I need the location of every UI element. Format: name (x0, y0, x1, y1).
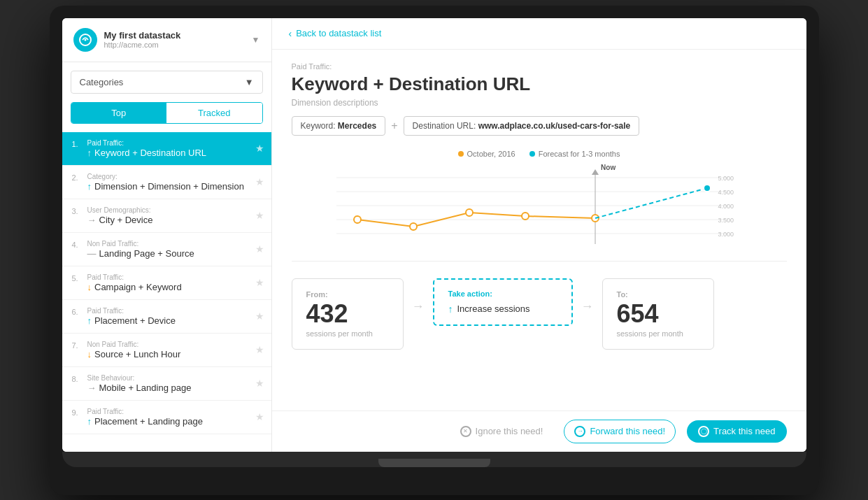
star-icon[interactable]: ★ (255, 143, 264, 154)
back-link[interactable]: ‹ Back to datastack list (289, 28, 790, 39)
sidebar-list-item-2[interactable]: 3. User Demographics: → City + Device ★ (62, 199, 271, 233)
to-value: 654 (617, 301, 699, 327)
item-content: Paid Traffic: ↑ Keyword + Destination UR… (87, 139, 263, 158)
svg-point-9 (354, 216, 361, 223)
sidebar-list-item-7[interactable]: 8. Site Behaviour: → Mobile + Landing pa… (62, 367, 271, 401)
sidebar-list-item-4[interactable]: 5. Paid Traffic: ↓ Campaign + Keyword ★ (62, 266, 271, 300)
bottom-actions: ✕ Ignore this need! → Forward this need!… (272, 410, 806, 452)
item-num: 7. (72, 341, 85, 350)
legend-actual: October, 2016 (458, 150, 515, 158)
brand-url: http://acme.com (104, 41, 181, 49)
ignore-icon: ✕ (460, 426, 471, 437)
chart-legend: October, 2016 Forecast for 1-3 months (292, 150, 787, 158)
item-category: Non Paid Traffic: (87, 341, 263, 348)
item-num: 8. (72, 375, 85, 383)
item-category: Site Behaviour: (87, 374, 263, 382)
tab-tracked[interactable]: Tracked (166, 103, 262, 123)
from-sublabel: sessions per month (306, 329, 389, 338)
arrow-connector: → (404, 278, 433, 314)
svg-line-14 (595, 188, 707, 218)
ignore-button[interactable]: ✕ Ignore this need! (450, 420, 553, 443)
sidebar-list-item-0[interactable]: 1. Paid Traffic: ↑ Keyword + Destination… (62, 132, 271, 166)
brand-area: My first datastack http://acme.com (73, 28, 181, 52)
item-content: Category: ↑ Dimension + Dimension + Dime… (87, 173, 263, 192)
item-content: User Demographics: → City + Device (87, 206, 263, 225)
item-content: Non Paid Traffic: — Landing Page + Sourc… (87, 240, 263, 259)
sidebar-list-item-3[interactable]: 4. Non Paid Traffic: — Landing Page + So… (62, 233, 271, 266)
star-icon[interactable]: ★ (255, 243, 264, 255)
star-icon[interactable]: ★ (255, 344, 264, 355)
forward-label: Forward this need! (590, 426, 665, 436)
dimension-pills: Keyword: Mercedes + Destination URL: www… (292, 116, 787, 136)
item-content: Paid Traffic: ↑ Placement + Landing page (87, 408, 263, 427)
back-arrow-icon: ‹ (289, 28, 292, 39)
forward-button[interactable]: → Forward this need! (564, 420, 676, 443)
item-title: → City + Device (87, 215, 263, 225)
item-title: → Mobile + Landing page (87, 383, 263, 393)
svg-text:4.000: 4.000 (718, 203, 734, 210)
action-content: ↑ Increase sessions (448, 303, 557, 315)
sidebar-header: My first datastack http://acme.com ▼ (62, 18, 271, 62)
svg-text:4.500: 4.500 (718, 189, 734, 196)
star-icon[interactable]: ★ (255, 176, 264, 187)
star-icon[interactable]: ★ (255, 310, 264, 322)
item-arrow-icon: ↓ (87, 349, 92, 359)
top-bar: ‹ Back to datastack list (272, 18, 806, 50)
to-sublabel: sessions per month (617, 329, 699, 338)
tab-top[interactable]: Top (71, 103, 167, 123)
item-category: Paid Traffic: (87, 408, 263, 415)
sidebar-list-item-1[interactable]: 2. Category: ↑ Dimension + Dimension + D… (62, 166, 271, 199)
svg-text:5.000: 5.000 (718, 175, 734, 182)
svg-point-1 (84, 38, 86, 41)
item-arrow-icon: → (87, 215, 97, 225)
item-arrow-icon: ↑ (87, 416, 92, 427)
item-num: 4. (72, 241, 85, 249)
track-button[interactable]: ◯ Track this need (687, 420, 786, 443)
item-title: ↓ Source + Lunch Hour (87, 349, 263, 359)
dim-desc-label: Dimension descriptions (292, 98, 787, 108)
star-icon[interactable]: ★ (255, 378, 264, 389)
to-label: To: (617, 290, 699, 299)
brand-name: My first datastack (104, 30, 181, 41)
item-content: Paid Traffic: ↓ Campaign + Keyword (87, 273, 263, 292)
sidebar: My first datastack http://acme.com ▼ Cat… (62, 18, 272, 452)
item-category: Non Paid Traffic: (87, 240, 263, 248)
legend-forecast-label: Forecast for 1-3 months (539, 150, 620, 158)
chart-svg: 5.000 4.500 4.000 3.500 3.000 (292, 164, 787, 248)
destination-value: www.adplace.co.uk/used-cars-for-sale (478, 121, 631, 131)
brand-text: My first datastack http://acme.com (104, 30, 181, 49)
star-icon[interactable]: ★ (255, 210, 264, 221)
sidebar-list-item-5[interactable]: 6. Paid Traffic: ↑ Placement + Device ★ (62, 300, 271, 334)
svg-point-12 (522, 213, 529, 220)
svg-text:3.500: 3.500 (718, 217, 734, 224)
item-title: — Landing Page + Source (87, 248, 263, 259)
page-title: Keyword + Destination URL (292, 73, 787, 95)
star-icon[interactable]: ★ (255, 277, 264, 288)
brand-chevron-icon[interactable]: ▼ (252, 35, 260, 45)
star-icon[interactable]: ★ (255, 411, 264, 422)
item-category: Paid Traffic: (87, 273, 263, 281)
item-content: Non Paid Traffic: ↓ Source + Lunch Hour (87, 341, 263, 359)
to-card: To: 654 sessions per month (602, 278, 714, 350)
item-category: Paid Traffic: (87, 139, 263, 147)
categories-dropdown[interactable]: Categories ▼ (71, 71, 263, 94)
action-card[interactable]: Take action: ↑ Increase sessions (433, 278, 573, 326)
item-num: 3. (72, 207, 85, 215)
track-icon: ◯ (698, 426, 709, 437)
from-label: From: (306, 290, 389, 299)
sidebar-list-item-8[interactable]: 9. Paid Traffic: ↑ Placement + Landing p… (62, 401, 271, 434)
legend-dot-forecast (529, 151, 535, 157)
item-num: 2. (72, 173, 85, 182)
sidebar-list-item-6[interactable]: 7. Non Paid Traffic: ↓ Source + Lunch Ho… (62, 334, 271, 367)
action-up-icon: ↑ (448, 303, 453, 315)
arrow-connector-2: → (573, 278, 602, 314)
item-arrow-icon: — (87, 248, 97, 259)
item-num: 1. (72, 140, 85, 148)
item-arrow-icon: ↑ (87, 181, 92, 192)
item-category: Paid Traffic: (87, 307, 263, 315)
forward-icon: → (574, 426, 585, 437)
svg-text:3.000: 3.000 (718, 231, 734, 238)
sidebar-list: 1. Paid Traffic: ↑ Keyword + Destination… (62, 132, 271, 452)
item-num: 5. (72, 274, 85, 283)
keyword-pill: Keyword: Mercedes (292, 116, 386, 136)
